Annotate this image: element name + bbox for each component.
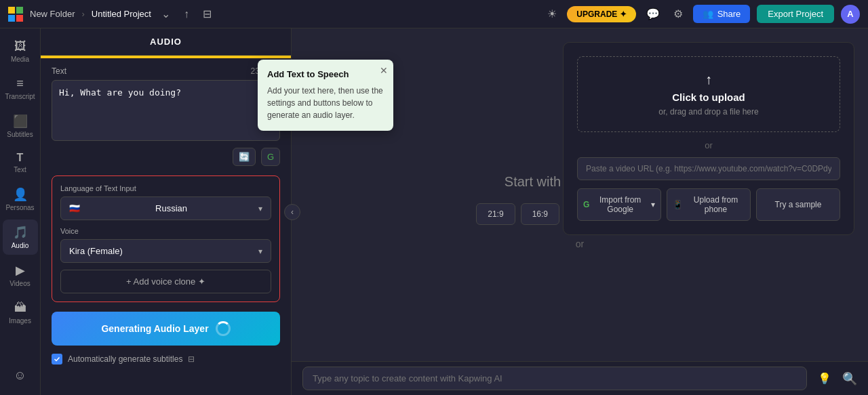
videos-icon: ▶: [16, 263, 25, 278]
text-label: Text: [52, 66, 66, 76]
share-button[interactable]: 👥 Share: [693, 5, 751, 23]
share-up-icon[interactable]: ↑: [180, 5, 193, 24]
audio-panel: AUDIO Text 23/5000 Hi, What are you doin…: [41, 28, 292, 395]
bottom-bar: 💡 🔍: [292, 361, 868, 395]
smiley-icon: ☺: [14, 369, 26, 383]
tooltip-close-button[interactable]: ✕: [380, 65, 388, 76]
avatar[interactable]: A: [841, 5, 860, 24]
text-input[interactable]: Hi, What are you doing?: [52, 80, 280, 141]
media-icon: 🖼: [14, 39, 26, 54]
comment-icon[interactable]: 💬: [643, 4, 663, 24]
tooltip-text: Add your text here, then use the setting…: [267, 85, 384, 121]
upload-click-area[interactable]: ↑ Click to upload or, drag and drop a fi…: [577, 56, 840, 132]
auto-subtitle-row: Automatically generate subtitles ⊟: [52, 354, 280, 365]
tts-icon-row: 🔄 G: [52, 148, 280, 166]
upload-phone-label: Upload from phone: [687, 195, 745, 214]
voice-label: Voice: [60, 227, 271, 235]
voice-setting: Voice Kira (Female) ▾: [60, 227, 271, 263]
share-icon: 👥: [703, 9, 713, 19]
checkmark-icon: [54, 356, 60, 362]
sidebar-item-bottom[interactable]: ☺: [3, 363, 38, 388]
sidebar-item-videos[interactable]: ▶ Videos: [3, 257, 38, 293]
import-buttons: G Import from Google ▾ 📱 Upload from pho…: [577, 188, 840, 221]
voice-chevron-icon: ▾: [258, 247, 262, 256]
topbar: New Folder › Untitled Project ⌄ ↑ ⊟ ☀ UP…: [0, 0, 868, 28]
or-divider: or: [576, 238, 584, 249]
generate-label: Generating Audio Layer: [101, 323, 208, 334]
language-select[interactable]: 🇷🇺 Russian ▾: [60, 196, 271, 220]
export-button[interactable]: Export Project: [757, 5, 834, 23]
sidebar-item-personas[interactable]: 👤 Personas: [3, 182, 38, 217]
aspect-16-9[interactable]: 16:9: [521, 203, 559, 225]
upload-subtitle: or, drag and drop a file here: [658, 107, 758, 117]
sidebar-item-text[interactable]: T Text: [3, 146, 38, 179]
sidebar-item-media[interactable]: 🖼 Media: [3, 34, 38, 68]
upload-or-text: or: [577, 140, 840, 150]
subtitle-icon: ⊟: [188, 354, 195, 364]
audio-icon: 🎵: [13, 225, 28, 240]
sidebar-label-audio: Audio: [12, 242, 29, 249]
auto-subtitle-checkbox[interactable]: [52, 354, 62, 365]
sidebar-label-media: Media: [11, 56, 29, 63]
try-sample-button[interactable]: Try a sample: [756, 188, 840, 221]
auto-subtitle-label: Automatically generate subtitles: [68, 354, 182, 364]
voice-select[interactable]: Kira (Female) ▾: [60, 239, 271, 263]
upload-icon: ↑: [705, 72, 712, 87]
url-input[interactable]: [577, 157, 840, 180]
main-layout: 🖼 Media ≡ Transcript ⬛ Subtitles T Text …: [0, 28, 868, 395]
sidebar-item-subtitles[interactable]: ⬛ Subtitles: [3, 108, 38, 144]
import-google-label: Import from Google: [593, 195, 647, 214]
search-button[interactable]: 🔍: [842, 371, 857, 386]
sidebar-label-videos: Videos: [9, 280, 30, 287]
google-icon: G: [583, 200, 589, 209]
transcript-icon: ≡: [16, 77, 24, 91]
sidebar-item-transcript[interactable]: ≡ Transcript: [3, 71, 38, 106]
upload-panel: ↑ Click to upload or, drag and drop a fi…: [563, 42, 854, 235]
tts-icon-2[interactable]: G: [261, 148, 280, 166]
breadcrumb-sep: ›: [81, 9, 84, 19]
add-voice-button[interactable]: + Add voice clone ✦: [60, 270, 271, 293]
tts-icon-1[interactable]: 🔄: [233, 148, 256, 166]
sidebar-label-images: Images: [9, 317, 31, 325]
sun-icon[interactable]: ☀: [544, 4, 560, 24]
caption-icon[interactable]: ⊟: [199, 4, 215, 24]
text-label-row: Text 23/5000: [52, 66, 280, 76]
loading-spinner: [216, 321, 231, 336]
sidebar-label-personas: Personas: [5, 204, 34, 211]
settings-box: Language of Text Input 🇷🇺 Russian ▾ Voic…: [52, 175, 280, 302]
try-sample-label: Try a sample: [775, 200, 822, 209]
app-logo: [8, 7, 23, 22]
text-icon: T: [17, 152, 24, 164]
language-flag: 🇷🇺: [69, 203, 80, 213]
tooltip: ✕ Add Text to Speech Add your text here,…: [258, 60, 393, 131]
images-icon: 🏔: [14, 301, 26, 315]
sidebar-item-audio[interactable]: 🎵 Audio: [3, 220, 38, 255]
lightbulb-icon[interactable]: 💡: [814, 368, 835, 389]
import-google-button[interactable]: G Import from Google ▾: [577, 188, 661, 221]
upload-title: Click to upload: [672, 91, 745, 103]
voice-value: Kira (Female): [69, 246, 123, 256]
sidebar-label-subtitles: Subtitles: [7, 131, 33, 138]
collapse-panel-button[interactable]: ‹: [284, 204, 300, 220]
audio-panel-header: AUDIO: [41, 28, 291, 56]
language-setting: Language of Text Input 🇷🇺 Russian ▾: [60, 184, 271, 220]
upload-phone-button[interactable]: 📱 Upload from phone: [667, 188, 751, 221]
chevron-down-icon[interactable]: ⌄: [158, 4, 174, 24]
sidebar-label-text: Text: [14, 166, 26, 173]
tooltip-title: Add Text to Speech: [267, 69, 384, 79]
sidebar-item-images[interactable]: 🏔 Images: [3, 295, 38, 330]
sidebar-label-transcript: Transcript: [5, 93, 35, 100]
audio-panel-body: Text 23/5000 Hi, What are you doing? 🔄 G…: [41, 58, 291, 395]
language-chevron-icon: ▾: [258, 204, 262, 213]
aspect-21-9[interactable]: 21:9: [476, 203, 515, 225]
project-name[interactable]: Untitled Project: [92, 9, 151, 19]
generate-button[interactable]: Generating Audio Layer: [52, 312, 280, 346]
ai-input[interactable]: [302, 367, 807, 390]
import-google-chevron-icon: ▾: [651, 200, 655, 209]
subtitles-icon: ⬛: [13, 114, 28, 129]
settings-icon[interactable]: ⚙: [670, 4, 686, 24]
upgrade-button[interactable]: UPGRADE ✦: [567, 6, 635, 22]
folder-name: New Folder: [30, 9, 75, 19]
language-value: Russian: [155, 203, 187, 213]
sidebar: 🖼 Media ≡ Transcript ⬛ Subtitles T Text …: [0, 28, 41, 395]
